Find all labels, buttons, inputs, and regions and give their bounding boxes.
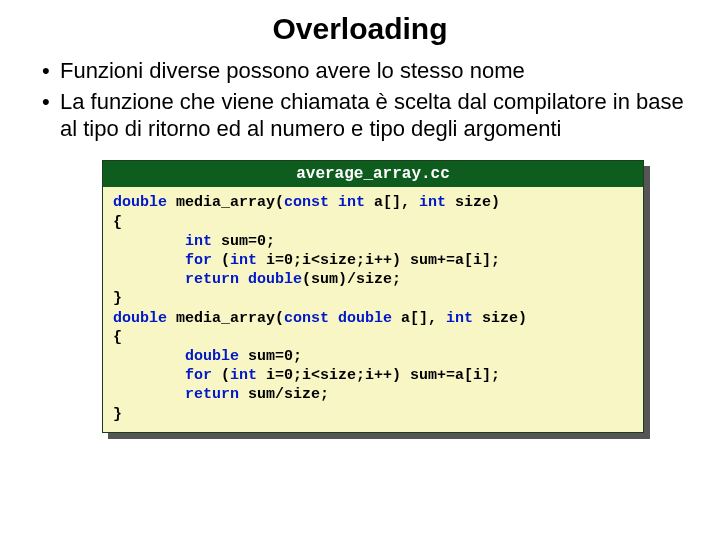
code-line: for (int i=0;i<size;i++) sum+=a[i];	[113, 366, 633, 385]
keyword: int	[230, 252, 257, 269]
code-filename: average_array.cc	[103, 161, 643, 187]
code-text: (sum)/size;	[302, 271, 401, 288]
bullet-item: Funzioni diverse possono avere lo stesso…	[60, 58, 684, 85]
code-line: {	[113, 213, 633, 232]
code-line: for (int i=0;i<size;i++) sum+=a[i];	[113, 251, 633, 270]
keyword: int	[185, 233, 212, 250]
code-text	[113, 271, 185, 288]
code-line: int sum=0;	[113, 232, 633, 251]
code-text	[113, 233, 185, 250]
code-text	[113, 367, 185, 384]
keyword: double	[185, 348, 239, 365]
slide: Overloading Funzioni diverse possono ave…	[0, 0, 720, 433]
code-line: {	[113, 328, 633, 347]
bullet-list: Funzioni diverse possono avere lo stesso…	[36, 58, 684, 142]
code-text: media_array(	[167, 310, 284, 327]
code-text: size)	[473, 310, 527, 327]
code-text: media_array(	[167, 194, 284, 211]
code-text: (	[212, 367, 230, 384]
code-text: sum=0;	[212, 233, 275, 250]
code-line: double media_array(const double a[], int…	[113, 309, 633, 328]
keyword: double	[113, 194, 167, 211]
keyword: int	[230, 367, 257, 384]
code-line: }	[113, 405, 633, 424]
code-line: double media_array(const int a[], int si…	[113, 193, 633, 212]
code-text: i=0;i<size;i++) sum+=a[i];	[257, 367, 500, 384]
code-box: average_array.cc double media_array(cons…	[102, 160, 644, 432]
code-line: double sum=0;	[113, 347, 633, 366]
code-text: (	[212, 252, 230, 269]
code-text: sum=0;	[239, 348, 302, 365]
keyword: return double	[185, 271, 302, 288]
keyword: int	[446, 310, 473, 327]
code-text: i=0;i<size;i++) sum+=a[i];	[257, 252, 500, 269]
code-text: sum/size;	[239, 386, 329, 403]
keyword: for	[185, 367, 212, 384]
keyword: const double	[284, 310, 392, 327]
code-text: a[],	[392, 310, 446, 327]
code-text	[113, 386, 185, 403]
keyword: int	[419, 194, 446, 211]
code-text	[113, 348, 185, 365]
keyword: const int	[284, 194, 365, 211]
keyword: double	[113, 310, 167, 327]
code-text: a[],	[365, 194, 419, 211]
code-body: double media_array(const int a[], int si…	[103, 187, 643, 431]
code-text	[113, 252, 185, 269]
bullet-item: La funzione che viene chiamata è scelta …	[60, 89, 684, 143]
code-line: }	[113, 289, 633, 308]
keyword: return	[185, 386, 239, 403]
slide-title: Overloading	[36, 12, 684, 46]
code-line: return double(sum)/size;	[113, 270, 633, 289]
code-text: size)	[446, 194, 500, 211]
code-block: average_array.cc double media_array(cons…	[102, 160, 644, 432]
keyword: for	[185, 252, 212, 269]
code-line: return sum/size;	[113, 385, 633, 404]
